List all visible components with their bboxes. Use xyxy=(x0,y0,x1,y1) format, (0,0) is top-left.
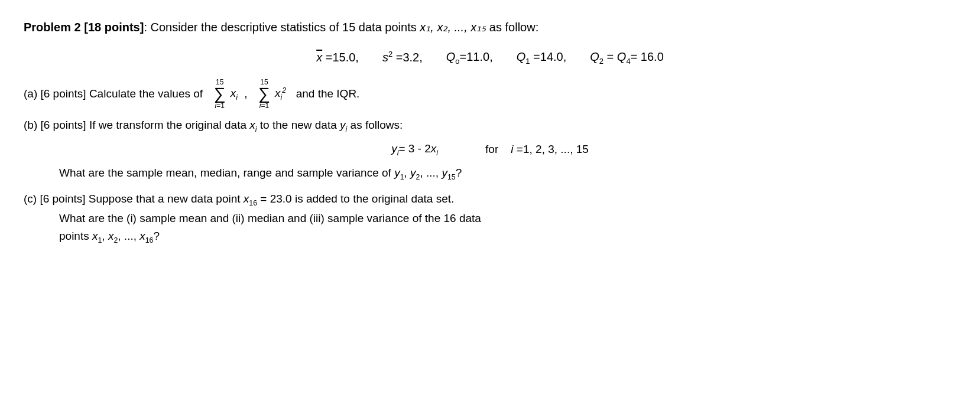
problem-container: Problem 2 [18 points]: Consider the desc… xyxy=(24,18,956,247)
part-b-transform: yi= 3 - 2xi for i =1, 2, 3, ..., 15 xyxy=(24,140,956,159)
part-b: (b) [6 points] If we transform the origi… xyxy=(24,116,956,184)
stat-Q0: Qo=11.0, xyxy=(446,47,493,68)
sum1-block: 15 ∑ i=1 xi xyxy=(213,79,238,109)
part-c-line3: points x1, x2, ..., x16? xyxy=(24,227,956,247)
part-c: (c) [6 points] Suppose that a new data p… xyxy=(24,190,956,246)
problem-title-rest: : Consider the descriptive statistics of… xyxy=(144,21,420,34)
comma-separator: , xyxy=(241,85,254,103)
part-a-rest: and the IQR. xyxy=(290,85,359,103)
sigma-symbol-1: ∑ xyxy=(214,86,226,102)
sum1-var: xi xyxy=(231,84,238,104)
part-c-line1: (c) [6 points] Suppose that a new data p… xyxy=(24,190,956,210)
problem-title-bold: Problem 2 [18 points] xyxy=(24,21,144,34)
transform-equation: yi= 3 - 2xi xyxy=(391,140,438,159)
problem-title-end: as follow: xyxy=(486,21,538,34)
stat-Q1: Q1 =14.0, xyxy=(517,47,567,68)
stat-s2: s2 =3.2, xyxy=(382,48,423,67)
part-a-label: (a) [6 points] Calculate the values of xyxy=(24,85,209,103)
part-c-line2: What are the (i) sample mean and (ii) me… xyxy=(24,210,956,227)
sigma-symbol-2: ∑ xyxy=(258,86,270,102)
part-a: (a) [6 points] Calculate the values of 1… xyxy=(24,79,956,109)
sigma-bottom-1: i=1 xyxy=(215,102,224,109)
stats-line: x =15.0, s2 =3.2, Qo=11.0, Q1 =14.0, Q2 … xyxy=(24,47,956,68)
problem-title-vars: x₁, x₂, ..., x₁₅ xyxy=(420,21,486,34)
sigma-bottom-2: i=1 xyxy=(259,102,269,109)
transform-for: for i =1, 2, 3, ..., 15 xyxy=(485,141,589,158)
sigma-group-2: 15 ∑ i=1 xyxy=(258,79,270,109)
part-b-line1: (b) [6 points] If we transform the origi… xyxy=(24,116,956,136)
stat-Q24: Q2 = Q4= 16.0 xyxy=(590,47,664,68)
sum2-block: 15 ∑ i=1 xi2 xyxy=(257,79,286,109)
part-b-question: What are the sample mean, median, range … xyxy=(24,164,956,184)
sigma-group-1: 15 ∑ i=1 xyxy=(214,79,226,109)
sum2-var: xi2 xyxy=(275,84,286,104)
problem-title: Problem 2 [18 points]: Consider the desc… xyxy=(24,18,956,37)
stat-xbar: x =15.0, xyxy=(316,48,359,67)
